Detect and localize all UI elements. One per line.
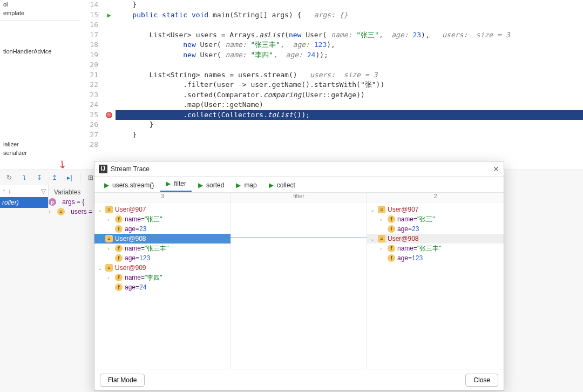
tab-stream[interactable]: ▶users.stream() bbox=[99, 179, 159, 192]
field-icon: f bbox=[115, 225, 123, 233]
field-icon: f bbox=[388, 245, 395, 252]
step-out-button[interactable]: ↥ bbox=[49, 172, 60, 184]
field-icon: f bbox=[115, 254, 123, 262]
variable-row[interactable]: ›≡ users = bbox=[49, 207, 92, 217]
intellij-icon: IJ bbox=[99, 165, 107, 173]
run-tab-icon: ▶ bbox=[269, 181, 274, 189]
gutter-icons: ▶ bbox=[103, 0, 116, 143]
variables-tree[interactable]: p args = { ›≡ users = bbox=[49, 197, 92, 217]
stream-tabs: ▶users.stream() ▶filter ▶sorted ▶map ▶co… bbox=[94, 177, 504, 193]
line-number-gutter: 14 15 16 17 18 19 20 21 22 23 24 25 26 2… bbox=[81, 0, 103, 143]
tree-item[interactable]: tionHandlerAdvice bbox=[0, 47, 81, 56]
tree-node[interactable]: ›fname = "张三丰" bbox=[94, 244, 231, 253]
dialog-title: Stream Trace bbox=[111, 165, 493, 173]
field-icon: f bbox=[115, 283, 123, 291]
filter-frames-button[interactable]: ▽ bbox=[41, 187, 46, 195]
after-tree[interactable]: ⌄≡User@907 ›fname = "张三" fage = 23 ⌄≡Use… bbox=[367, 202, 504, 369]
object-icon: ≡ bbox=[57, 208, 65, 215]
object-icon: ≡ bbox=[105, 206, 113, 213]
step-over-button[interactable]: ⤵ bbox=[18, 172, 30, 184]
object-icon: ≡ bbox=[378, 206, 385, 213]
dialog-body: 3 ⌄≡User@907 ›fname = "张三" fage = 23 ⌄≡U… bbox=[94, 193, 504, 369]
tree-node[interactable]: fage = 23 bbox=[94, 224, 231, 234]
tree-node[interactable]: ›fname = "张三" bbox=[94, 214, 231, 224]
parameter-icon: p bbox=[49, 198, 56, 206]
flat-mode-button[interactable]: Flat Mode bbox=[100, 374, 145, 387]
debug-tool-window: ↘ ↻ ⤵ ↧ ↥ ▸| ⊞ ≋ ↑ ↓ ▽ roller) Variables… bbox=[0, 170, 583, 392]
tree-node[interactable]: ›fname = "张三丰" bbox=[367, 244, 504, 253]
run-tab-icon: ▶ bbox=[104, 181, 109, 189]
tree-node-selected[interactable]: ⌄≡User@908 bbox=[94, 234, 231, 244]
mapping-column: filter bbox=[231, 193, 367, 369]
field-icon: f bbox=[388, 225, 395, 233]
tree-node[interactable]: ⌄≡User@907 bbox=[367, 205, 504, 214]
field-icon: f bbox=[115, 245, 123, 252]
tree-node[interactable]: ›fname = "张三" bbox=[367, 214, 504, 224]
step-into-button[interactable]: ↧ bbox=[33, 172, 45, 184]
stream-trace-dialog: IJ Stream Trace ✕ ▶users.stream() ▶filte… bbox=[94, 161, 504, 391]
run-tab-icon: ▶ bbox=[166, 180, 171, 187]
right-count: 2 bbox=[367, 193, 504, 202]
field-icon: f bbox=[388, 254, 395, 262]
object-icon: ≡ bbox=[105, 235, 113, 242]
field-icon: f bbox=[388, 215, 395, 223]
dialog-footer: Flat Mode Close bbox=[94, 369, 504, 390]
code-editor[interactable]: 14 15 16 17 18 19 20 21 22 23 24 25 26 2… bbox=[81, 0, 583, 143]
before-tree[interactable]: ⌄≡User@907 ›fname = "张三" fage = 23 ⌄≡Use… bbox=[94, 202, 231, 369]
tree-node[interactable]: fage = 123 bbox=[94, 253, 231, 263]
breakpoint-icon[interactable] bbox=[106, 112, 112, 118]
code-area[interactable]: } public static void main(String[] args)… bbox=[116, 0, 583, 143]
field-icon: f bbox=[115, 274, 123, 281]
run-tab-icon: ▶ bbox=[198, 181, 203, 189]
tree-item[interactable]: serializer bbox=[0, 148, 81, 157]
run-to-cursor-button[interactable]: ▸| bbox=[64, 172, 76, 184]
run-gutter-icon[interactable]: ▶ bbox=[107, 10, 111, 21]
rerun-button[interactable]: ↻ bbox=[3, 172, 15, 184]
tree-node[interactable]: ⌄≡User@907 bbox=[94, 205, 231, 214]
tree-node[interactable]: fage = 23 bbox=[367, 224, 504, 234]
tab-map[interactable]: ▶map bbox=[231, 179, 262, 192]
tree-item[interactable]: ializer bbox=[0, 140, 81, 148]
tree-node[interactable]: fage = 123 bbox=[367, 253, 504, 263]
tree-node-highlighted[interactable]: ⌄≡User@908 bbox=[367, 234, 504, 244]
mapping-line bbox=[231, 238, 368, 238]
field-icon: f bbox=[115, 215, 123, 223]
close-icon[interactable]: ✕ bbox=[493, 165, 499, 173]
tree-node[interactable]: ⌄≡User@909 bbox=[94, 263, 231, 273]
project-tree-clipped: ol emplate tionHandlerAdvice ializer ser… bbox=[0, 0, 81, 162]
tab-sorted[interactable]: ▶sorted bbox=[193, 179, 229, 192]
tree-item[interactable]: ol bbox=[0, 0, 81, 9]
object-icon: ≡ bbox=[378, 235, 385, 242]
before-column: 3 ⌄≡User@907 ›fname = "张三" fage = 23 ⌄≡U… bbox=[94, 193, 231, 369]
dialog-titlebar: IJ Stream Trace ✕ bbox=[94, 161, 504, 177]
frames-panel: ↑ ↓ ▽ roller) bbox=[0, 185, 49, 208]
tree-node[interactable]: fage = 24 bbox=[94, 282, 231, 292]
prev-frame-button[interactable]: ↑ bbox=[2, 187, 6, 195]
object-icon: ≡ bbox=[105, 264, 113, 272]
next-frame-button[interactable]: ↓ bbox=[8, 187, 12, 195]
tree-item[interactable]: emplate bbox=[0, 9, 81, 17]
tree-node[interactable]: ›fname = "李四" bbox=[94, 273, 231, 282]
run-tab-icon: ▶ bbox=[236, 181, 241, 189]
left-count: 3 bbox=[94, 193, 231, 202]
close-button[interactable]: Close bbox=[465, 374, 498, 387]
after-column: 2 ⌄≡User@907 ›fname = "张三" fage = 23 ⌄≡U… bbox=[367, 193, 504, 369]
tab-filter[interactable]: ▶filter bbox=[160, 178, 192, 192]
variable-row[interactable]: p args = { bbox=[49, 197, 92, 207]
stack-frame[interactable]: roller) bbox=[0, 197, 48, 208]
operation-label: filter bbox=[231, 193, 367, 202]
tab-collect[interactable]: ▶collect bbox=[263, 179, 301, 192]
